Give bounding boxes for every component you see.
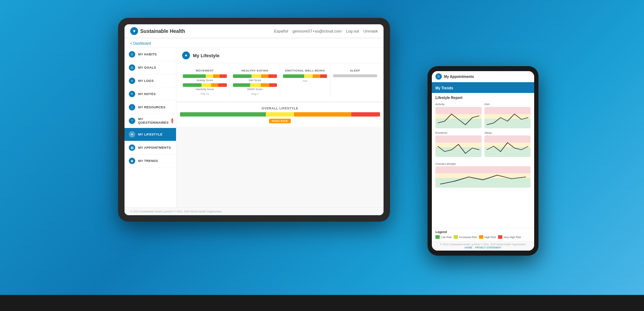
emotions-chart-box [435, 135, 482, 157]
goals-label: MY GOALS [138, 66, 156, 69]
phone-footer-copyright: © 2023 Sustainable Health | jcentrix © 2… [435, 243, 531, 246]
sleep-card: SLEEP [330, 67, 380, 98]
emotions-chart-label: Emotions [435, 131, 482, 134]
sidebar-item-notes[interactable]: ✎ MY NOTES [125, 88, 176, 101]
dietid-score-bar: DietID Score [233, 83, 277, 91]
emotional-score-bar [283, 74, 327, 78]
sidebar-item-appointments[interactable]: ▦ MY APPOINTMENTS [125, 141, 176, 154]
appointments-label: MY APPOINTMENTS [138, 146, 171, 149]
resources-icon: □ [129, 104, 135, 110]
habits-icon: ⊙ [129, 51, 135, 58]
activity-score-bar: Activity Score [183, 74, 227, 82]
activity-score-label: Activity Score [183, 79, 227, 82]
legend-items: Low Risk Increased Risk High Risk Very H… [435, 235, 531, 239]
legend-title: Legend [435, 230, 531, 234]
footer-privacy-link[interactable]: PRIVACY STATEMENT [475, 246, 501, 249]
app-title-text: Sustainable Health [140, 28, 185, 34]
app-header: ♥ Sustainable Health Español gemoore57+s… [125, 24, 384, 38]
phone-device: b My Appointments My Trends Lifestyle Re… [428, 66, 538, 256]
bottom-bar [0, 295, 644, 311]
score-cards-container: MOVEMENT Activity Score [176, 63, 384, 102]
habits-label: MY HABITS [138, 53, 157, 56]
phone-body: Lifestyle Report Activity Diet [432, 93, 534, 228]
questionnaires-label: MY QUESTIONNAIRES [138, 117, 169, 124]
resources-label: MY RESOURCES [138, 105, 165, 109]
phone-appointments-title: My Appointments [444, 75, 474, 79]
emotional-card: EMOTIONAL WELL-BEING Feb [280, 67, 330, 98]
sidebar-item-goals[interactable]: ◎ MY GOALS [125, 61, 176, 74]
overall-lifestyle-chart-label: Overall Lifestyle [435, 162, 456, 166]
movement-date: Feb 21 [183, 92, 227, 95]
phone-appointments-header: b My Appointments [432, 71, 534, 82]
diet-score-bar: Diet Score [233, 74, 277, 82]
phone-footer: © 2023 Sustainable Health | jcentrix © 2… [432, 241, 534, 251]
legend-low-risk-color [435, 235, 440, 239]
tablet-footer: © 2023 Sustainable Health | jcentrix © 2… [125, 207, 384, 215]
nav-email[interactable]: gemoore57+so@icloud.com [293, 29, 342, 33]
lifestyle-section-title: My Lifestyle [193, 53, 219, 58]
sidebar-item-questionnaires[interactable]: ? MY QUESTIONNAIRES 1 [125, 114, 176, 128]
sidebar: ⊙ MY HABITS ◎ MY GOALS ≡ MY LOGS ✎ MY NO… [125, 48, 176, 207]
phone-trends-title: My Trends [435, 86, 453, 90]
overall-bar [180, 112, 380, 117]
sidebar-item-lifestyle[interactable]: ♥ MY LIFESTYLE [125, 128, 176, 141]
phone-screen: b My Appointments My Trends Lifestyle Re… [432, 71, 534, 251]
goals-icon: ◎ [129, 64, 135, 71]
legend-high-risk-color [479, 235, 483, 239]
footer-home-link[interactable]: HOME [465, 246, 472, 249]
notes-icon: ✎ [129, 91, 135, 97]
sleep-chart-item: Sleep [484, 131, 531, 157]
diet-chart-item: Diet [484, 103, 531, 128]
nav-espanol[interactable]: Español [274, 29, 288, 33]
sidebar-item-trends[interactable]: ◉ MY TRENDS [125, 154, 176, 168]
lifestyle-section-icon: ♥ [182, 51, 190, 59]
activity-chart-box [435, 107, 482, 128]
emotional-date: Feb [283, 79, 327, 83]
legend-section: Legend Low Risk Increased Risk High Risk… [432, 228, 534, 241]
emotional-title: EMOTIONAL WELL-BEING [283, 69, 327, 72]
tablet-device: ♥ Sustainable Health Español gemoore57+s… [118, 18, 390, 222]
app-logo: ♥ Sustainable Health [130, 27, 185, 35]
sleep-score-bar [333, 74, 377, 77]
sidebar-item-habits[interactable]: ⊙ MY HABITS [125, 48, 176, 61]
risk-badge: HIGH RISK [269, 119, 291, 123]
footer-text: © 2023 Sustainable Health | jcentrix © 2… [130, 210, 222, 213]
legend-increased-risk: Increased Risk [454, 235, 477, 239]
sleep-title: SLEEP [333, 69, 377, 72]
sidebar-item-resources[interactable]: □ MY RESOURCES [125, 101, 176, 114]
overall-lifestyle-section: OVERALL LIFESTYLE HIGH RISK [176, 103, 384, 127]
lifestyle-icon: ♥ [129, 131, 135, 138]
inactivity-score-bar: Inactivity Score [183, 83, 227, 91]
legend-low-risk-text: Low Risk [441, 236, 452, 239]
phone-logo-icon: b [435, 73, 442, 80]
trends-icon: ◉ [129, 158, 135, 164]
overall-lifestyle-chart-item: Overall Lifestyle [435, 160, 531, 188]
diet-chart-box [484, 107, 531, 128]
legend-high-risk-text: High Risk [484, 236, 496, 239]
overall-title: OVERALL LIFESTYLE [180, 107, 380, 110]
main-content: ♥ My Lifestyle MOVEMENT [176, 48, 384, 207]
emotions-chart-item: Emotions [435, 131, 482, 157]
phone-trends-header[interactable]: My Trends [432, 82, 534, 93]
activity-chart-item: Activity [435, 103, 482, 128]
legend-very-high-risk-color [498, 235, 502, 239]
nav-logout[interactable]: Log out [346, 29, 359, 33]
dietid-score-label: DietID Score [233, 88, 277, 91]
legend-high-risk: High Risk [479, 235, 496, 239]
appointments-icon: ▦ [129, 144, 135, 151]
questionnaires-icon: ? [129, 118, 135, 124]
report-title: Lifestyle Report [435, 96, 531, 100]
sidebar-item-logs[interactable]: ≡ MY LOGS [125, 74, 176, 88]
nav-unmask[interactable]: Unmask [364, 29, 378, 33]
healthy-eating-title: HEALTHY EATING [233, 69, 277, 72]
eating-date: Aug 2 [233, 92, 277, 95]
phone-footer-links: HOME PRIVACY STATEMENT [435, 246, 531, 249]
lifestyle-section-header: ♥ My Lifestyle [176, 48, 384, 63]
overall-lifestyle-chart-box [435, 166, 531, 188]
app-body: ⊙ MY HABITS ◎ MY GOALS ≡ MY LOGS ✎ MY NO… [125, 48, 384, 207]
breadcrumb[interactable]: < Dashboard [125, 38, 384, 48]
charts-grid: Activity Diet [435, 103, 531, 157]
trends-label: MY TRENDS [138, 159, 158, 163]
logs-icon: ≡ [129, 78, 135, 84]
legend-increased-risk-text: Increased Risk [459, 236, 477, 239]
